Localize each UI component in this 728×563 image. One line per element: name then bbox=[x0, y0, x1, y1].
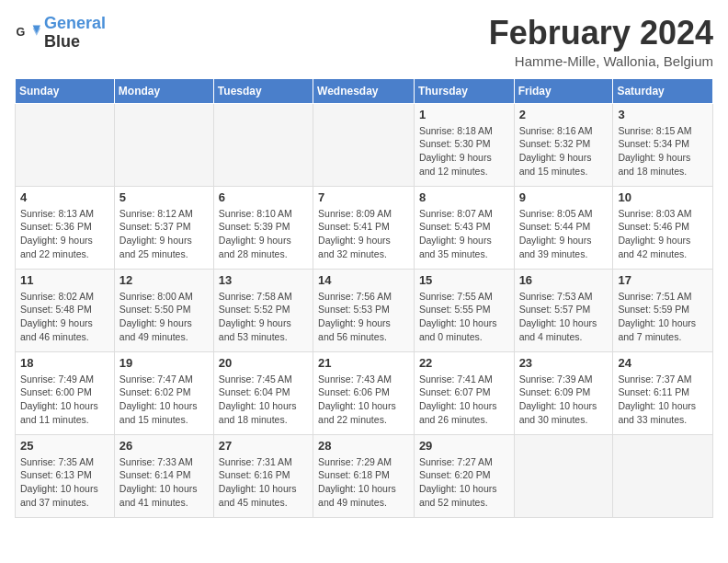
day-info: Sunrise: 8:13 AM Sunset: 5:36 PM Dayligh… bbox=[20, 207, 109, 261]
day-number: 19 bbox=[119, 356, 209, 370]
calendar-cell: 20Sunrise: 7:45 AM Sunset: 6:04 PM Dayli… bbox=[213, 351, 313, 434]
day-info: Sunrise: 7:33 AM Sunset: 6:14 PM Dayligh… bbox=[119, 455, 209, 510]
page-header: G General Blue February 2024 Hamme-Mille… bbox=[15, 15, 713, 69]
calendar-week-5: 25Sunrise: 7:35 AM Sunset: 6:13 PM Dayli… bbox=[16, 434, 713, 517]
day-number: 29 bbox=[419, 439, 509, 453]
day-number: 26 bbox=[119, 439, 209, 453]
calendar-cell: 18Sunrise: 7:49 AM Sunset: 6:00 PM Dayli… bbox=[16, 351, 115, 434]
calendar-cell: 5Sunrise: 8:12 AM Sunset: 5:37 PM Daylig… bbox=[114, 186, 213, 269]
logo: G General Blue bbox=[15, 15, 106, 52]
calendar-week-2: 4Sunrise: 8:13 AM Sunset: 5:36 PM Daylig… bbox=[16, 186, 713, 269]
calendar-cell: 29Sunrise: 7:27 AM Sunset: 6:20 PM Dayli… bbox=[414, 434, 514, 517]
day-info: Sunrise: 8:10 AM Sunset: 5:39 PM Dayligh… bbox=[219, 207, 308, 261]
calendar-cell: 25Sunrise: 7:35 AM Sunset: 6:13 PM Dayli… bbox=[16, 434, 115, 517]
day-info: Sunrise: 8:18 AM Sunset: 5:30 PM Dayligh… bbox=[419, 124, 509, 178]
calendar-cell: 4Sunrise: 8:13 AM Sunset: 5:36 PM Daylig… bbox=[16, 186, 115, 269]
calendar-cell: 9Sunrise: 8:05 AM Sunset: 5:44 PM Daylig… bbox=[514, 186, 613, 269]
day-info: Sunrise: 8:09 AM Sunset: 5:41 PM Dayligh… bbox=[318, 207, 409, 261]
day-info: Sunrise: 7:51 AM Sunset: 5:59 PM Dayligh… bbox=[618, 290, 708, 344]
day-number: 20 bbox=[219, 356, 308, 370]
header-tuesday: Tuesday bbox=[213, 78, 313, 103]
calendar-cell: 11Sunrise: 8:02 AM Sunset: 5:48 PM Dayli… bbox=[16, 269, 115, 351]
day-info: Sunrise: 7:56 AM Sunset: 5:53 PM Dayligh… bbox=[318, 290, 409, 344]
day-number: 18 bbox=[20, 356, 109, 370]
day-number: 11 bbox=[20, 273, 109, 287]
calendar-week-3: 11Sunrise: 8:02 AM Sunset: 5:48 PM Dayli… bbox=[16, 269, 713, 351]
header-saturday: Saturday bbox=[613, 78, 713, 103]
calendar-cell bbox=[213, 103, 313, 186]
calendar-cell: 24Sunrise: 7:37 AM Sunset: 6:11 PM Dayli… bbox=[613, 351, 713, 434]
day-info: Sunrise: 8:16 AM Sunset: 5:32 PM Dayligh… bbox=[519, 124, 609, 178]
day-number: 8 bbox=[419, 190, 509, 204]
day-info: Sunrise: 7:41 AM Sunset: 6:07 PM Dayligh… bbox=[419, 373, 509, 427]
day-number: 24 bbox=[618, 356, 708, 370]
day-number: 27 bbox=[219, 439, 308, 453]
day-number: 23 bbox=[519, 356, 609, 370]
day-number: 3 bbox=[618, 108, 708, 121]
calendar-cell bbox=[613, 434, 713, 517]
header-sunday: Sunday bbox=[16, 78, 115, 103]
day-info: Sunrise: 8:07 AM Sunset: 5:43 PM Dayligh… bbox=[419, 207, 509, 261]
day-info: Sunrise: 7:49 AM Sunset: 6:00 PM Dayligh… bbox=[20, 373, 109, 427]
day-number: 25 bbox=[20, 439, 109, 453]
calendar-cell: 17Sunrise: 7:51 AM Sunset: 5:59 PM Dayli… bbox=[613, 269, 713, 351]
day-info: Sunrise: 8:02 AM Sunset: 5:48 PM Dayligh… bbox=[20, 290, 109, 344]
day-number: 13 bbox=[219, 273, 308, 287]
day-info: Sunrise: 7:31 AM Sunset: 6:16 PM Dayligh… bbox=[219, 455, 308, 510]
day-number: 1 bbox=[419, 108, 509, 121]
calendar-cell: 28Sunrise: 7:29 AM Sunset: 6:18 PM Dayli… bbox=[313, 434, 415, 517]
calendar-week-1: 1Sunrise: 8:18 AM Sunset: 5:30 PM Daylig… bbox=[16, 103, 713, 186]
day-number: 22 bbox=[419, 356, 509, 370]
day-info: Sunrise: 7:35 AM Sunset: 6:13 PM Dayligh… bbox=[20, 455, 109, 510]
day-info: Sunrise: 7:53 AM Sunset: 5:57 PM Dayligh… bbox=[519, 290, 609, 344]
logo-icon: G bbox=[15, 20, 40, 46]
calendar-cell: 14Sunrise: 7:56 AM Sunset: 5:53 PM Dayli… bbox=[313, 269, 415, 351]
calendar-cell: 3Sunrise: 8:15 AM Sunset: 5:34 PM Daylig… bbox=[613, 103, 713, 186]
calendar-cell bbox=[313, 103, 415, 186]
svg-marker-2 bbox=[33, 28, 40, 35]
calendar-cell: 8Sunrise: 8:07 AM Sunset: 5:43 PM Daylig… bbox=[414, 186, 514, 269]
day-info: Sunrise: 7:37 AM Sunset: 6:11 PM Dayligh… bbox=[618, 373, 708, 427]
header-wednesday: Wednesday bbox=[313, 78, 415, 103]
header-thursday: Thursday bbox=[414, 78, 514, 103]
calendar-week-4: 18Sunrise: 7:49 AM Sunset: 6:00 PM Dayli… bbox=[16, 351, 713, 434]
day-number: 9 bbox=[519, 190, 609, 204]
calendar-cell: 13Sunrise: 7:58 AM Sunset: 5:52 PM Dayli… bbox=[213, 269, 313, 351]
calendar-cell: 27Sunrise: 7:31 AM Sunset: 6:16 PM Dayli… bbox=[213, 434, 313, 517]
title-block: February 2024 Hamme-Mille, Wallonia, Bel… bbox=[489, 15, 713, 69]
day-info: Sunrise: 7:58 AM Sunset: 5:52 PM Dayligh… bbox=[219, 290, 308, 344]
calendar-cell: 15Sunrise: 7:55 AM Sunset: 5:55 PM Dayli… bbox=[414, 269, 514, 351]
calendar-cell bbox=[514, 434, 613, 517]
day-number: 21 bbox=[318, 356, 409, 370]
day-number: 15 bbox=[419, 273, 509, 287]
month-title: February 2024 bbox=[489, 15, 713, 52]
calendar-cell: 23Sunrise: 7:39 AM Sunset: 6:09 PM Dayli… bbox=[514, 351, 613, 434]
calendar-cell: 12Sunrise: 8:00 AM Sunset: 5:50 PM Dayli… bbox=[114, 269, 213, 351]
day-info: Sunrise: 7:43 AM Sunset: 6:06 PM Dayligh… bbox=[318, 373, 409, 427]
svg-text:G: G bbox=[16, 26, 25, 39]
calendar-cell bbox=[16, 103, 115, 186]
day-number: 2 bbox=[519, 108, 609, 121]
day-info: Sunrise: 8:05 AM Sunset: 5:44 PM Dayligh… bbox=[519, 207, 609, 261]
day-info: Sunrise: 7:29 AM Sunset: 6:18 PM Dayligh… bbox=[318, 455, 409, 510]
logo-text: General Blue bbox=[44, 15, 106, 52]
calendar-cell: 1Sunrise: 8:18 AM Sunset: 5:30 PM Daylig… bbox=[414, 103, 514, 186]
calendar-cell: 26Sunrise: 7:33 AM Sunset: 6:14 PM Dayli… bbox=[114, 434, 213, 517]
day-number: 16 bbox=[519, 273, 609, 287]
day-info: Sunrise: 7:55 AM Sunset: 5:55 PM Dayligh… bbox=[419, 290, 509, 344]
day-info: Sunrise: 7:27 AM Sunset: 6:20 PM Dayligh… bbox=[419, 455, 509, 510]
calendar-cell: 16Sunrise: 7:53 AM Sunset: 5:57 PM Dayli… bbox=[514, 269, 613, 351]
calendar-cell: 10Sunrise: 8:03 AM Sunset: 5:46 PM Dayli… bbox=[613, 186, 713, 269]
calendar-cell bbox=[114, 103, 213, 186]
day-number: 28 bbox=[318, 439, 409, 453]
calendar-cell: 6Sunrise: 8:10 AM Sunset: 5:39 PM Daylig… bbox=[213, 186, 313, 269]
day-info: Sunrise: 8:03 AM Sunset: 5:46 PM Dayligh… bbox=[618, 207, 708, 261]
day-info: Sunrise: 8:12 AM Sunset: 5:37 PM Dayligh… bbox=[119, 207, 209, 261]
day-number: 6 bbox=[219, 190, 308, 204]
day-info: Sunrise: 7:39 AM Sunset: 6:09 PM Dayligh… bbox=[519, 373, 609, 427]
day-number: 5 bbox=[119, 190, 209, 204]
day-info: Sunrise: 7:47 AM Sunset: 6:02 PM Dayligh… bbox=[119, 373, 209, 427]
day-number: 17 bbox=[618, 273, 708, 287]
header-friday: Friday bbox=[514, 78, 613, 103]
calendar-cell: 19Sunrise: 7:47 AM Sunset: 6:02 PM Dayli… bbox=[114, 351, 213, 434]
